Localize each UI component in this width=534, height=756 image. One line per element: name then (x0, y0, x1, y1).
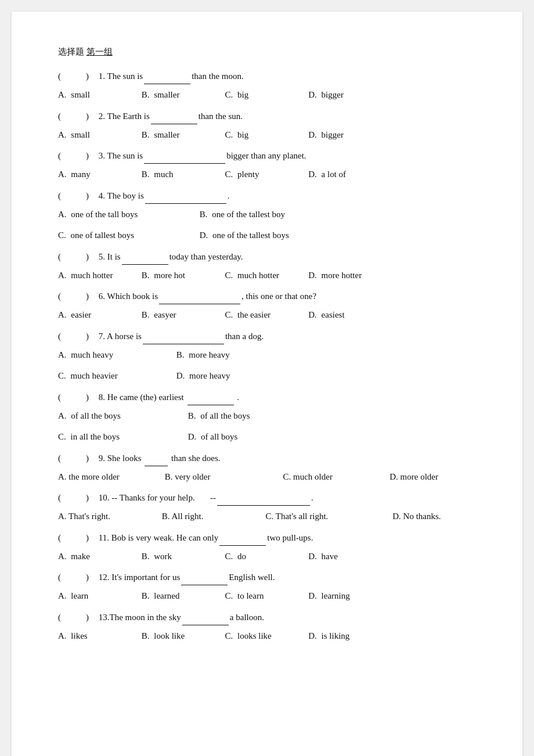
q9-optA: A. the more older (58, 469, 163, 485)
question-6: ( ) 6. Which book is , this one or that … (58, 288, 476, 323)
q8-optA: A. of all the boys (58, 408, 186, 424)
q5-optB: B. more hot (142, 267, 217, 284)
q7-blank (143, 328, 224, 344)
q13-optB: B. look like (142, 628, 217, 645)
page: 选择题 第一组 ( ) 1. The sun is than the moon.… (12, 12, 522, 756)
q11-question: 11. Bob is very weak. He can only two pu… (99, 533, 313, 542)
q12-question: 12. It's important for us English well. (99, 573, 275, 582)
question-10: ( ) 10. -- Thanks for your help. -- . A.… (58, 489, 476, 525)
q5-options: A. much hotter B. more hot C. much hotte… (58, 267, 476, 284)
q2-optC: C. big (225, 127, 301, 143)
q5-question: 5. It is today than yesterday. (99, 252, 243, 261)
q10-options: A. That's right. B. All right. C. That's… (58, 508, 476, 525)
question-6-text: ( ) 6. Which book is , this one or that … (58, 288, 476, 304)
q7-question: 7. A horse is than a dog. (99, 332, 264, 341)
question-5: ( ) 5. It is today than yesterday. A. mu… (58, 249, 476, 284)
q2-question: 2. The Earth is than the sun. (99, 111, 243, 121)
q5-optC: C. much hotter (225, 267, 301, 284)
q2-options: A. small B. smaller C. big D. bigger (58, 127, 476, 143)
q8-options-row2: C. in all the boys D. of all boys (58, 429, 476, 445)
q10-optB: B. All right. (162, 508, 264, 525)
q1-optC: C. big (225, 87, 301, 103)
q7-optA: A. much heavy (58, 347, 174, 363)
q1-blank (144, 68, 190, 84)
q11-blank (219, 530, 266, 546)
question-10-text: ( ) 10. -- Thanks for your help. -- . (58, 489, 476, 506)
q9-optD: D. more older (389, 469, 465, 485)
question-9: ( ) 9. She looks than she does. A. the m… (58, 450, 476, 485)
q9-optC: C. much older (283, 469, 388, 485)
q6-optD: D. easiest (308, 307, 384, 323)
q11-optC: C. do (225, 548, 301, 565)
q11-optD: D. have (308, 548, 384, 565)
q11-optA: A. make (58, 548, 134, 565)
q7-options-row2: C. much heavier D. more heavy (58, 368, 476, 384)
q12-options: A. learn B. learned C. to learn D. learn… (58, 588, 476, 604)
q10-question: 10. -- Thanks for your help. -- . (99, 493, 313, 502)
section-subtitle: 第一组 (86, 47, 113, 56)
q4-optD: D. one of the tallest boys (200, 227, 339, 244)
q4-blank (145, 188, 226, 204)
q4-optB: B. one of the tallest boy (200, 206, 339, 223)
question-5-text: ( ) 5. It is today than yesterday. (58, 249, 476, 265)
question-12: ( ) 12. It's important for us English we… (58, 569, 476, 604)
q1-optA: A. small (58, 87, 134, 103)
q7-options-row1: A. much heavy B. more heavy (58, 347, 476, 363)
q2-optD: D. bigger (308, 127, 384, 143)
q13-optA: A. likes (58, 628, 134, 645)
q10-blank (217, 489, 310, 506)
q12-optC: C. to learn (225, 588, 301, 604)
question-2: ( ) 2. The Earth is than the sun. A. sma… (58, 108, 476, 143)
q8-options-row1: A. of all the boys B. of all the boys (58, 408, 476, 424)
q7-optC: C. much heavier (58, 368, 174, 384)
question-13: ( ) 13.The moon in the sky a balloon. A.… (58, 609, 476, 645)
question-4-text: ( ) 4. The boy is . (58, 188, 476, 204)
q12-optA: A. learn (58, 588, 134, 604)
question-9-text: ( ) 9. She looks than she does. (58, 450, 476, 466)
q3-optB: B. much (142, 166, 217, 183)
question-12-text: ( ) 12. It's important for us English we… (58, 569, 476, 585)
q10-optC: C. That's all right. (266, 508, 391, 525)
q1-optD: D. bigger (308, 87, 384, 103)
q11-optB: B. work (142, 548, 217, 565)
question-1-text: ( ) 1. The sun is than the moon. (58, 68, 476, 84)
q6-optB: B. easyer (142, 307, 217, 323)
question-3: ( ) 3. The sun is bigger than any planet… (58, 147, 476, 183)
q3-optD: D. a lot of (308, 166, 384, 183)
question-2-text: ( ) 2. The Earth is than the sun. (58, 108, 476, 124)
q2-blank (151, 108, 197, 124)
question-13-text: ( ) 13.The moon in the sky a balloon. (58, 609, 476, 625)
q2-optA: A. small (58, 127, 134, 143)
question-7-text: ( ) 7. A horse is than a dog. (58, 328, 476, 344)
q8-optD: D. of all boys (188, 429, 316, 445)
q2-optB: B. smaller (142, 127, 217, 143)
q9-options: A. the more older B. very older C. much … (58, 469, 476, 485)
q4-optC: C. one of tallest boys (58, 227, 197, 244)
q3-options: A. many B. much C. plenty D. a lot of (58, 166, 476, 183)
question-4: ( ) 4. The boy is . A. one of the tall b… (58, 188, 476, 244)
question-1: ( ) 1. The sun is than the moon. A. smal… (58, 68, 476, 103)
q6-options: A. easier B. easyer C. the easier D. eas… (58, 307, 476, 323)
q1-paren: ( (58, 69, 68, 84)
q6-optC: C. the easier (225, 307, 301, 323)
q4-optA: A. one of the tall boys (58, 206, 197, 223)
q4-options-row2: C. one of tallest boys D. one of the tal… (58, 227, 476, 244)
question-8: ( ) 8. He came (the) earliest . A. of al… (58, 389, 476, 445)
q8-blank (187, 389, 234, 405)
q3-optC: C. plenty (225, 166, 301, 183)
q13-question: 13.The moon in the sky a balloon. (99, 613, 264, 622)
q6-question: 6. Which book is , this one or that one? (99, 291, 316, 301)
q8-optB: B. of all the boys (188, 408, 316, 424)
q6-optA: A. easier (58, 307, 134, 323)
q5-optA: A. much hotter (58, 267, 134, 284)
section-title: 选择题 第一组 (58, 46, 476, 57)
q1-question: 1. The sun is than the moon. (99, 71, 244, 81)
question-11-text: ( ) 11. Bob is very weak. He can only tw… (58, 530, 476, 546)
question-7: ( ) 7. A horse is than a dog. A. much he… (58, 328, 476, 384)
q13-optD: D. is liking (308, 628, 384, 645)
question-11: ( ) 11. Bob is very weak. He can only tw… (58, 530, 476, 565)
q5-optD: D. more hotter (308, 267, 384, 284)
question-3-text: ( ) 3. The sun is bigger than any planet… (58, 147, 476, 164)
q9-question: 9. She looks than she does. (99, 453, 221, 463)
q4-options-row1: A. one of the tall boys B. one of the ta… (58, 206, 476, 223)
